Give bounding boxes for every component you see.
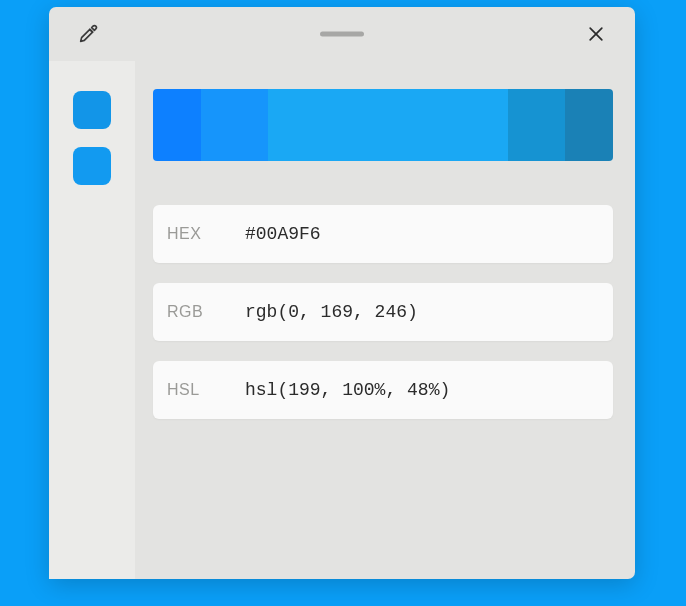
hsl-row[interactable]: HSL hsl(199, 100%, 48%) xyxy=(153,361,613,419)
close-button[interactable] xyxy=(579,17,613,51)
sidebar xyxy=(49,61,135,579)
eyedropper-button[interactable] xyxy=(71,17,105,51)
drag-handle[interactable] xyxy=(320,32,364,37)
rgb-label: RGB xyxy=(167,303,245,321)
sidebar-swatch[interactable] xyxy=(73,91,111,129)
palette-segment[interactable] xyxy=(268,89,508,161)
palette-segment[interactable] xyxy=(201,89,268,161)
hex-row[interactable]: HEX #00A9F6 xyxy=(153,205,613,263)
palette-segment[interactable] xyxy=(508,89,566,161)
rgb-row[interactable]: RGB rgb(0, 169, 246) xyxy=(153,283,613,341)
palette-strip[interactable] xyxy=(153,89,613,161)
hsl-value: hsl(199, 100%, 48%) xyxy=(245,380,450,400)
body: HEX #00A9F6 RGB rgb(0, 169, 246) HSL hsl… xyxy=(49,61,635,579)
sidebar-swatch[interactable] xyxy=(73,147,111,185)
hex-label: HEX xyxy=(167,225,245,243)
color-picker-window: HEX #00A9F6 RGB rgb(0, 169, 246) HSL hsl… xyxy=(49,7,635,579)
titlebar xyxy=(49,7,635,61)
rgb-value: rgb(0, 169, 246) xyxy=(245,302,418,322)
hsl-label: HSL xyxy=(167,381,245,399)
hex-value: #00A9F6 xyxy=(245,224,321,244)
main-content: HEX #00A9F6 RGB rgb(0, 169, 246) HSL hsl… xyxy=(135,61,635,579)
close-icon xyxy=(586,24,606,44)
eyedropper-icon xyxy=(77,23,99,45)
palette-segment[interactable] xyxy=(153,89,201,161)
palette-segment[interactable] xyxy=(565,89,613,161)
